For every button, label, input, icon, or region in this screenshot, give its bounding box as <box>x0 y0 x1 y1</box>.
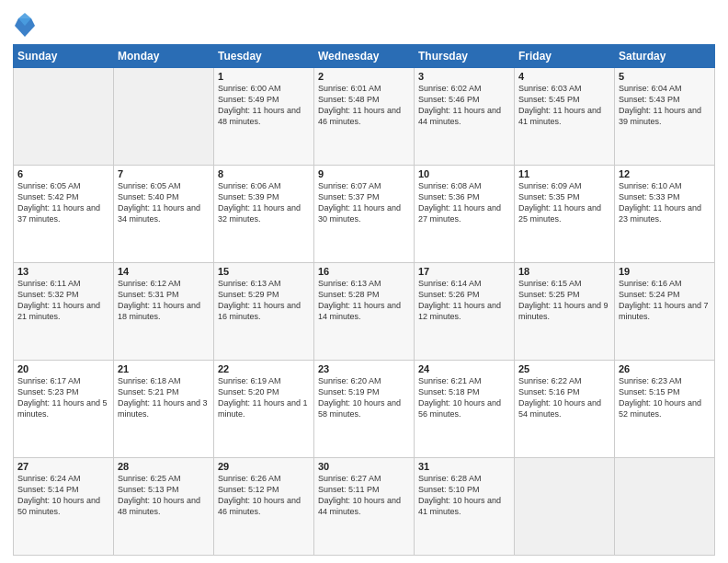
day-info: Sunrise: 6:05 AM Sunset: 5:40 PM Dayligh… <box>118 180 210 225</box>
calendar-cell: 15Sunrise: 6:13 AM Sunset: 5:29 PM Dayli… <box>214 263 314 361</box>
logo <box>13 11 35 39</box>
day-number: 25 <box>518 363 610 374</box>
day-info: Sunrise: 6:00 AM Sunset: 5:49 PM Dayligh… <box>218 83 310 128</box>
day-number: 20 <box>17 363 109 374</box>
calendar-week-5: 27Sunrise: 6:24 AM Sunset: 5:14 PM Dayli… <box>14 458 715 556</box>
day-number: 6 <box>17 168 109 179</box>
calendar-week-4: 20Sunrise: 6:17 AM Sunset: 5:23 PM Dayli… <box>14 361 715 458</box>
day-number: 10 <box>418 168 510 179</box>
calendar-cell: 16Sunrise: 6:13 AM Sunset: 5:28 PM Dayli… <box>314 263 415 361</box>
day-header-tuesday: Tuesday <box>214 45 314 68</box>
logo-icon <box>15 13 35 39</box>
calendar-cell: 20Sunrise: 6:17 AM Sunset: 5:23 PM Dayli… <box>14 361 114 458</box>
day-info: Sunrise: 6:06 AM Sunset: 5:39 PM Dayligh… <box>218 180 310 225</box>
day-number: 21 <box>118 363 210 374</box>
calendar-cell: 28Sunrise: 6:25 AM Sunset: 5:13 PM Dayli… <box>114 458 214 556</box>
calendar-cell: 21Sunrise: 6:18 AM Sunset: 5:21 PM Dayli… <box>114 361 214 458</box>
page: SundayMondayTuesdayWednesdayThursdayFrid… <box>0 0 728 563</box>
day-info: Sunrise: 6:26 AM Sunset: 5:12 PM Dayligh… <box>218 473 310 518</box>
calendar-cell: 19Sunrise: 6:16 AM Sunset: 5:24 PM Dayli… <box>615 263 715 361</box>
calendar-cell: 13Sunrise: 6:11 AM Sunset: 5:32 PM Dayli… <box>14 263 114 361</box>
calendar-header-row: SundayMondayTuesdayWednesdayThursdayFrid… <box>14 45 715 68</box>
day-info: Sunrise: 6:15 AM Sunset: 5:25 PM Dayligh… <box>518 278 610 323</box>
calendar-cell: 30Sunrise: 6:27 AM Sunset: 5:11 PM Dayli… <box>314 458 415 556</box>
calendar-cell: 27Sunrise: 6:24 AM Sunset: 5:14 PM Dayli… <box>14 458 114 556</box>
calendar-cell: 7Sunrise: 6:05 AM Sunset: 5:40 PM Daylig… <box>114 166 214 263</box>
day-info: Sunrise: 6:16 AM Sunset: 5:24 PM Dayligh… <box>619 278 711 323</box>
day-number: 16 <box>318 266 410 277</box>
calendar-cell: 3Sunrise: 6:02 AM Sunset: 5:46 PM Daylig… <box>415 68 515 166</box>
day-info: Sunrise: 6:01 AM Sunset: 5:48 PM Dayligh… <box>318 83 410 128</box>
day-number: 23 <box>318 363 410 374</box>
day-number: 17 <box>418 266 510 277</box>
day-number: 1 <box>218 71 310 82</box>
calendar-cell: 18Sunrise: 6:15 AM Sunset: 5:25 PM Dayli… <box>515 263 615 361</box>
calendar-cell: 1Sunrise: 6:00 AM Sunset: 5:49 PM Daylig… <box>214 68 314 166</box>
day-number: 3 <box>418 71 510 82</box>
day-number: 4 <box>518 71 610 82</box>
day-number: 19 <box>619 266 711 277</box>
day-number: 22 <box>218 363 310 374</box>
day-info: Sunrise: 6:08 AM Sunset: 5:36 PM Dayligh… <box>418 180 510 225</box>
calendar-cell: 24Sunrise: 6:21 AM Sunset: 5:18 PM Dayli… <box>415 361 515 458</box>
day-number: 9 <box>318 168 410 179</box>
day-number: 2 <box>318 71 410 82</box>
calendar-cell <box>515 458 615 556</box>
day-info: Sunrise: 6:12 AM Sunset: 5:31 PM Dayligh… <box>118 278 210 323</box>
calendar-cell: 26Sunrise: 6:23 AM Sunset: 5:15 PM Dayli… <box>615 361 715 458</box>
day-info: Sunrise: 6:04 AM Sunset: 5:43 PM Dayligh… <box>619 83 711 128</box>
calendar-cell <box>114 68 214 166</box>
calendar-cell: 5Sunrise: 6:04 AM Sunset: 5:43 PM Daylig… <box>615 68 715 166</box>
day-header-sunday: Sunday <box>14 45 114 68</box>
day-info: Sunrise: 6:23 AM Sunset: 5:15 PM Dayligh… <box>619 375 711 420</box>
day-number: 13 <box>17 266 109 277</box>
day-header-wednesday: Wednesday <box>314 45 415 68</box>
calendar-cell: 23Sunrise: 6:20 AM Sunset: 5:19 PM Dayli… <box>314 361 415 458</box>
calendar-table: SundayMondayTuesdayWednesdayThursdayFrid… <box>13 44 715 556</box>
day-number: 18 <box>518 266 610 277</box>
day-number: 27 <box>17 461 109 472</box>
calendar-cell <box>14 68 114 166</box>
day-info: Sunrise: 6:05 AM Sunset: 5:42 PM Dayligh… <box>17 180 109 225</box>
calendar-cell: 25Sunrise: 6:22 AM Sunset: 5:16 PM Dayli… <box>515 361 615 458</box>
day-header-friday: Friday <box>515 45 615 68</box>
day-number: 11 <box>518 168 610 179</box>
calendar-cell: 12Sunrise: 6:10 AM Sunset: 5:33 PM Dayli… <box>615 166 715 263</box>
day-number: 12 <box>619 168 711 179</box>
day-info: Sunrise: 6:07 AM Sunset: 5:37 PM Dayligh… <box>318 180 410 225</box>
calendar-cell: 17Sunrise: 6:14 AM Sunset: 5:26 PM Dayli… <box>415 263 515 361</box>
calendar-cell: 11Sunrise: 6:09 AM Sunset: 5:35 PM Dayli… <box>515 166 615 263</box>
day-number: 24 <box>418 363 510 374</box>
day-info: Sunrise: 6:18 AM Sunset: 5:21 PM Dayligh… <box>118 375 210 420</box>
day-header-monday: Monday <box>114 45 214 68</box>
day-number: 8 <box>218 168 310 179</box>
calendar-cell: 29Sunrise: 6:26 AM Sunset: 5:12 PM Dayli… <box>214 458 314 556</box>
day-info: Sunrise: 6:25 AM Sunset: 5:13 PM Dayligh… <box>118 473 210 518</box>
day-number: 14 <box>118 266 210 277</box>
day-number: 31 <box>418 461 510 472</box>
day-number: 5 <box>619 71 711 82</box>
day-number: 26 <box>619 363 711 374</box>
calendar-cell: 4Sunrise: 6:03 AM Sunset: 5:45 PM Daylig… <box>515 68 615 166</box>
day-info: Sunrise: 6:03 AM Sunset: 5:45 PM Dayligh… <box>518 83 610 128</box>
calendar-cell: 9Sunrise: 6:07 AM Sunset: 5:37 PM Daylig… <box>314 166 415 263</box>
calendar-cell: 8Sunrise: 6:06 AM Sunset: 5:39 PM Daylig… <box>214 166 314 263</box>
day-info: Sunrise: 6:13 AM Sunset: 5:28 PM Dayligh… <box>318 278 410 323</box>
day-number: 15 <box>218 266 310 277</box>
calendar-cell: 31Sunrise: 6:28 AM Sunset: 5:10 PM Dayli… <box>415 458 515 556</box>
day-info: Sunrise: 6:13 AM Sunset: 5:29 PM Dayligh… <box>218 278 310 323</box>
calendar-cell: 14Sunrise: 6:12 AM Sunset: 5:31 PM Dayli… <box>114 263 214 361</box>
day-info: Sunrise: 6:10 AM Sunset: 5:33 PM Dayligh… <box>619 180 711 225</box>
day-info: Sunrise: 6:02 AM Sunset: 5:46 PM Dayligh… <box>418 83 510 128</box>
day-info: Sunrise: 6:09 AM Sunset: 5:35 PM Dayligh… <box>518 180 610 225</box>
day-info: Sunrise: 6:22 AM Sunset: 5:16 PM Dayligh… <box>518 375 610 420</box>
calendar-cell: 2Sunrise: 6:01 AM Sunset: 5:48 PM Daylig… <box>314 68 415 166</box>
calendar-cell: 10Sunrise: 6:08 AM Sunset: 5:36 PM Dayli… <box>415 166 515 263</box>
day-number: 29 <box>218 461 310 472</box>
calendar-week-2: 6Sunrise: 6:05 AM Sunset: 5:42 PM Daylig… <box>14 166 715 263</box>
day-info: Sunrise: 6:21 AM Sunset: 5:18 PM Dayligh… <box>418 375 510 420</box>
day-number: 30 <box>318 461 410 472</box>
day-info: Sunrise: 6:27 AM Sunset: 5:11 PM Dayligh… <box>318 473 410 518</box>
calendar-cell: 22Sunrise: 6:19 AM Sunset: 5:20 PM Dayli… <box>214 361 314 458</box>
day-info: Sunrise: 6:11 AM Sunset: 5:32 PM Dayligh… <box>17 278 109 323</box>
